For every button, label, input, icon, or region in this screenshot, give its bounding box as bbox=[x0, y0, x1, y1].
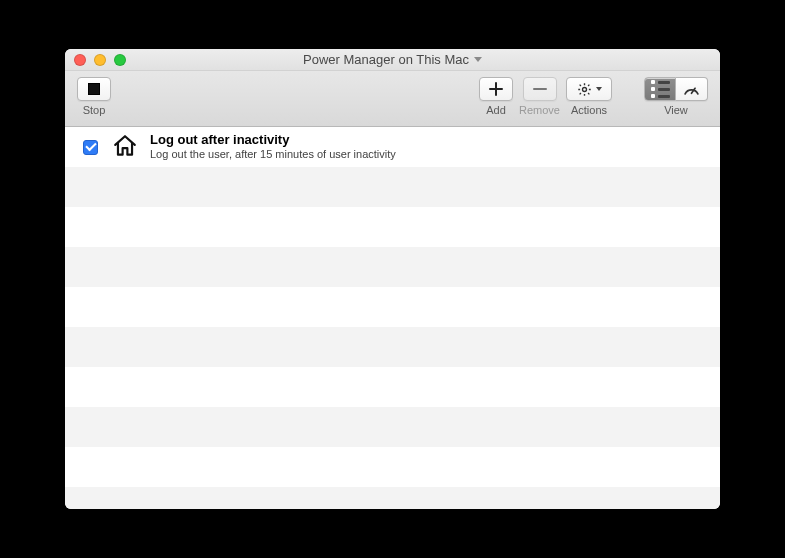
list-row-empty bbox=[65, 407, 720, 447]
titlebar: Power Manager on This Mac bbox=[65, 49, 720, 71]
actions-label: Actions bbox=[571, 104, 607, 116]
list-item-text: Log out after inactivity Log out the use… bbox=[150, 132, 396, 162]
chevron-down-icon bbox=[596, 87, 602, 91]
enabled-checkbox[interactable] bbox=[83, 140, 98, 155]
house-icon bbox=[112, 133, 138, 162]
list-row-empty bbox=[65, 447, 720, 487]
view-gauge-button[interactable] bbox=[676, 77, 708, 101]
add-button[interactable] bbox=[479, 77, 513, 101]
stop-button[interactable] bbox=[77, 77, 111, 101]
view-label: View bbox=[664, 104, 688, 116]
list-item-title: Log out after inactivity bbox=[150, 132, 396, 148]
remove-label: Remove bbox=[519, 104, 560, 116]
minus-icon bbox=[533, 82, 547, 96]
minimize-icon[interactable] bbox=[94, 54, 106, 66]
plus-icon bbox=[489, 82, 503, 96]
chevron-down-icon[interactable] bbox=[474, 57, 482, 62]
close-icon[interactable] bbox=[74, 54, 86, 66]
window-title: Power Manager on This Mac bbox=[303, 52, 469, 67]
event-list: Log out after inactivity Log out the use… bbox=[65, 127, 720, 509]
list-row-empty bbox=[65, 207, 720, 247]
list-row-empty bbox=[65, 367, 720, 407]
stop-label: Stop bbox=[83, 104, 106, 116]
list-row-empty bbox=[65, 327, 720, 367]
gauge-icon bbox=[683, 82, 700, 96]
toolbar: Stop Add Remove Actions bbox=[65, 71, 720, 127]
stop-group: Stop bbox=[75, 77, 113, 116]
list-row-empty bbox=[65, 167, 720, 207]
list-item[interactable]: Log out after inactivity Log out the use… bbox=[65, 127, 720, 167]
add-label: Add bbox=[486, 104, 506, 116]
remove-button[interactable] bbox=[523, 77, 557, 101]
actions-button[interactable] bbox=[566, 77, 612, 101]
app-window: Power Manager on This Mac Stop Add bbox=[65, 49, 720, 509]
window-title-container: Power Manager on This Mac bbox=[65, 52, 720, 67]
list-item-subtitle: Log out the user, after 15 minutes of us… bbox=[150, 148, 396, 162]
zoom-icon[interactable] bbox=[114, 54, 126, 66]
window-controls bbox=[65, 54, 126, 66]
stop-icon bbox=[88, 83, 100, 95]
list-row-empty bbox=[65, 287, 720, 327]
view-list-button[interactable] bbox=[644, 77, 676, 101]
svg-point-0 bbox=[582, 87, 586, 91]
list-row-empty bbox=[65, 247, 720, 287]
list-icon bbox=[651, 80, 670, 98]
gear-icon bbox=[577, 82, 592, 97]
list-row-empty bbox=[65, 487, 720, 509]
